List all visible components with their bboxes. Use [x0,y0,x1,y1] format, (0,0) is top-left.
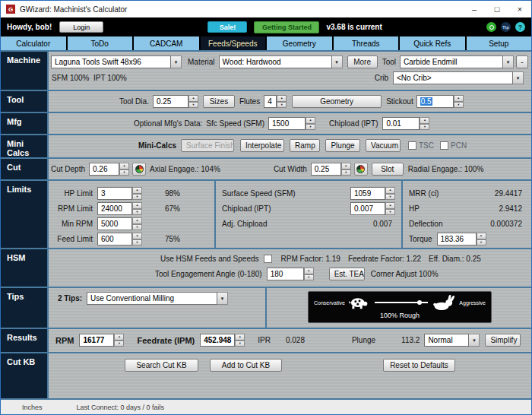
rpm-result-value[interactable]: 16177 [79,334,114,347]
add-to-cut-kb-button[interactable]: Add to Cut KB [210,359,282,372]
spin-up-icon[interactable]: ▲ [304,268,314,274]
spin-up-icon[interactable]: ▲ [385,202,395,209]
spin-down-icon[interactable]: ▼ [132,194,142,201]
torque-value[interactable]: 183.36 [437,233,477,246]
spin-up-icon[interactable]: ▲ [385,187,395,194]
sizes-button[interactable]: Sizes [203,95,235,108]
stickout-value[interactable]: 0.5 [416,95,454,108]
spin-up-icon[interactable]: ▲ [114,334,124,341]
tab-todo[interactable]: ToDo [68,36,133,50]
login-button[interactable]: Login [59,21,103,33]
spin-up-icon[interactable]: ▲ [306,117,315,124]
spin-up-icon[interactable]: ▲ [119,163,129,169]
rpm-limit-value[interactable]: 24000 [97,202,132,215]
spin-up-icon[interactable]: ▲ [132,202,142,209]
spin-up-icon[interactable]: ▲ [132,233,142,239]
vacuum-button[interactable]: Vacuum [366,139,401,152]
spin-up-icon[interactable]: ▲ [477,233,486,239]
tab-setup[interactable]: Setup [467,36,532,50]
spin-down-icon[interactable]: ▼ [277,102,287,109]
spin-down-icon[interactable]: ▼ [454,102,464,109]
reset-to-defaults-button[interactable]: Reset to Defaults [383,359,455,372]
est-tea-button[interactable]: Est. TEA [329,268,365,280]
chevron-down-icon[interactable]: ▾ [469,334,480,347]
getting-started-button[interactable]: Getting Started [254,21,319,33]
spin-down-icon[interactable]: ▼ [114,341,124,347]
hp-limit-value[interactable]: 3 [97,187,132,200]
pcn-checkbox[interactable] [440,141,448,150]
surface-speed-value[interactable]: 1059 [350,187,385,200]
close-button[interactable]: × [508,1,531,17]
spin-down-icon[interactable]: ▼ [385,209,395,216]
spin-down-icon[interactable]: ▼ [188,102,198,109]
tool-browse-button[interactable]: - [516,55,528,68]
simplify-button[interactable]: Simplify [485,334,521,347]
spin-down-icon[interactable]: ▼ [385,194,395,201]
aggressiveness-slider-track[interactable] [375,302,429,303]
spin-down-icon[interactable]: ▼ [132,239,142,246]
feedrate-result-value[interactable]: 452.948 [200,334,235,347]
spin-down-icon[interactable]: ▼ [341,169,351,176]
spin-up-icon[interactable]: ▲ [132,217,142,224]
crib-select-value[interactable]: <No Crib> [393,71,513,84]
tab-threads[interactable]: Threads [334,36,399,50]
tab-calculator[interactable]: Calculator [1,36,66,50]
more-button[interactable]: More [347,55,378,68]
tool-select-value[interactable]: Carbide Endmill [400,55,503,68]
tab-cadcam[interactable]: CADCAM [134,36,199,50]
interpolate-button[interactable]: Interpolate [240,139,284,152]
chevron-down-icon[interactable]: ▾ [171,55,182,68]
spin-down-icon[interactable]: ▼ [420,124,429,131]
spin-up-icon[interactable]: ▲ [454,95,464,102]
spin-up-icon[interactable]: ▲ [277,95,287,102]
material-select-value[interactable]: Wood: Hardwood [219,55,332,68]
spin-up-icon[interactable]: ▲ [132,187,142,194]
mode-select-value[interactable]: Normal [424,334,469,347]
machine-select-value[interactable]: Laguna Tools Swift 48x96 [51,55,171,68]
chevron-down-icon[interactable]: ▾ [503,55,514,68]
sfc-speed-value[interactable]: 1500 [268,117,306,130]
sale-button[interactable]: Sale! [207,21,247,33]
flutes-value[interactable]: 4 [264,95,277,108]
mfg-chipload-value[interactable]: 0.01 [382,117,420,130]
spin-down-icon[interactable]: ▼ [306,124,315,131]
use-hsm-checkbox[interactable] [264,255,272,263]
tab-quick-refs[interactable]: Quick Refs [400,36,465,50]
chevron-down-icon[interactable]: ▾ [513,71,524,84]
geometry-button[interactable]: Geometry [292,95,382,108]
ramp-button[interactable]: Ramp [290,139,320,152]
tool-dia-value[interactable]: 0.25 [153,95,188,108]
spin-down-icon[interactable]: ▼ [119,169,129,176]
tab-geometry[interactable]: Geometry [267,36,332,50]
cut-depth-value[interactable]: 0.26 [89,163,119,176]
plunge-button[interactable]: Plunge [325,139,360,152]
axial-engage-gauge-button[interactable] [132,163,146,176]
spin-down-icon[interactable]: ▼ [132,224,142,231]
chevron-down-icon[interactable]: ▾ [217,292,228,305]
spin-up-icon[interactable]: ▲ [188,95,198,102]
min-rpm-value[interactable]: 5000 [97,217,132,230]
spin-down-icon[interactable]: ▼ [477,239,486,246]
tips-select-value[interactable]: Use Conventional Milling [87,292,217,305]
minimize-button[interactable]: – [463,1,486,17]
aggressiveness-slider-thumb[interactable] [417,300,422,305]
tsc-checkbox[interactable] [408,141,416,150]
limits-chipload-value[interactable]: 0.007 [350,202,385,215]
spin-down-icon[interactable]: ▼ [304,274,314,281]
tab-feeds-speeds[interactable]: Feeds/Speeds [201,36,266,50]
feed-limit-value[interactable]: 600 [97,233,132,246]
cut-width-value[interactable]: 0.25 [311,163,341,176]
online-status-icon[interactable] [486,22,496,32]
surface-finish-button[interactable]: Surface Finish [181,139,234,152]
spin-down-icon[interactable]: ▼ [132,209,142,216]
help-icon[interactable]: ? [515,22,525,32]
spin-down-icon[interactable]: ▼ [235,341,245,347]
maximize-button[interactable]: □ [486,1,508,17]
radial-engage-gauge-button[interactable] [354,163,368,176]
tea-value[interactable]: 180 [267,268,304,280]
spin-up-icon[interactable]: ▲ [420,117,429,124]
chevron-down-icon[interactable]: ▾ [332,55,343,68]
tip-icon[interactable]: Tip [501,22,511,32]
spin-up-icon[interactable]: ▲ [341,163,351,169]
spin-up-icon[interactable]: ▲ [235,334,245,341]
